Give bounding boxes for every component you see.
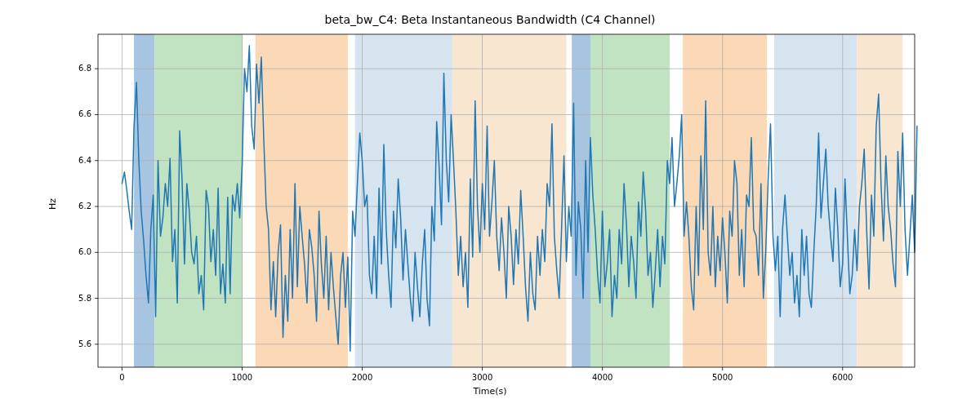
y-tick-label: 6.0 <box>78 247 91 256</box>
background-bands <box>134 34 902 367</box>
x-tick-label: 6000 <box>832 373 853 382</box>
band-lightblue <box>355 34 452 367</box>
axes: 0100020003000400050006000 5.65.86.06.26.… <box>98 34 915 367</box>
y-tick-label: 6.8 <box>78 64 91 73</box>
plot-svg: 0100020003000400050006000 5.65.86.06.26.… <box>98 34 915 367</box>
y-tick-label: 5.6 <box>78 339 91 348</box>
x-tick-label: 0 <box>119 373 124 382</box>
y-tick-label: 6.2 <box>78 202 91 211</box>
x-ticks: 0100020003000400050006000 <box>119 367 853 382</box>
band-orange <box>683 34 767 367</box>
y-tick-label: 6.6 <box>78 109 91 118</box>
x-tick-label: 2000 <box>352 373 372 382</box>
x-tick-label: 4000 <box>592 373 612 382</box>
x-tick-label: 1000 <box>232 373 252 382</box>
band-orange <box>256 34 348 367</box>
chart-title: beta_bw_C4: Beta Instantaneous Bandwidth… <box>0 13 980 26</box>
band-lightorange <box>857 34 902 367</box>
y-tick-label: 6.4 <box>78 156 91 165</box>
x-tick-label: 5000 <box>712 373 733 382</box>
figure: beta_bw_C4: Beta Instantaneous Bandwidth… <box>0 0 980 408</box>
y-axis-label: Hz <box>47 198 58 210</box>
x-axis-label: Time(s) <box>0 386 980 397</box>
y-tick-label: 5.8 <box>78 294 91 303</box>
x-tick-label: 3000 <box>472 373 492 382</box>
y-ticks: 5.65.86.06.26.46.66.8 <box>78 64 98 348</box>
